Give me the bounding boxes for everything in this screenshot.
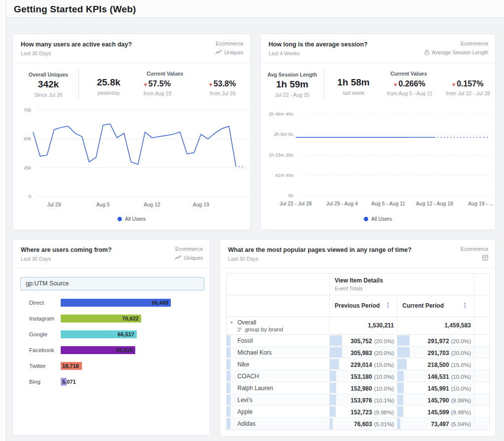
- line-chart-icon: [215, 50, 222, 55]
- current-period-value: 73,497(5.04%): [431, 418, 471, 430]
- card-title: How many users are active each day?: [21, 41, 243, 48]
- table-row[interactable]: Michael Kors305,983(20.0%)291,703(20.0%): [227, 347, 489, 359]
- bar-value-label: 66,517: [61, 330, 134, 338]
- down-arrow-icon: ▾: [394, 81, 397, 87]
- svg-text:Aug 12 - Aug 18: Aug 12 - Aug 18: [416, 200, 453, 206]
- stat-delta-1: ▾57.5% from Aug 23: [128, 80, 187, 96]
- column-menu-kebab-icon[interactable]: ⋮: [385, 302, 391, 309]
- legend-all-users[interactable]: All Users: [13, 216, 250, 222]
- popular-pages-table: View Item DetailsEvent TotalsPrevious Pe…: [226, 273, 490, 430]
- bar-row-direct: Direct96,449: [13, 295, 210, 311]
- card-utm-source: Where are users coming from? Last 30 Day…: [12, 239, 210, 436]
- table-row[interactable]: Ralph Lauren152,980(10.0%)145,991(10.0%): [227, 382, 489, 394]
- group-by-row[interactable]: group by brand: [237, 326, 283, 332]
- legend-dot: [117, 217, 122, 221]
- active-users-line-chart: 025k50k75kJul 29Aug 5Aug 12Aug 19: [13, 103, 250, 215]
- source-label[interactable]: Ecommerce: [461, 246, 488, 252]
- source-label[interactable]: Ecommerce: [215, 40, 243, 46]
- source-label[interactable]: Ecommerce: [175, 246, 203, 252]
- metric-label[interactable]: [461, 255, 488, 261]
- table-row[interactable]: Fossil305,752(20.0%)291,972(20.0%): [227, 335, 489, 347]
- svg-text:25k: 25k: [24, 165, 32, 170]
- row-color-indicator: [227, 359, 231, 369]
- previous-period-value: 153,180(10.0%): [350, 370, 394, 383]
- table-icon: [482, 255, 488, 261]
- overall-previous-value: 1,530,211: [368, 317, 394, 334]
- bar-value-label: 70,622: [61, 315, 139, 322]
- cell-minibar: [397, 395, 403, 405]
- row-label: Fossil: [237, 335, 253, 347]
- table-row[interactable]: COACH153,180(10.0%)146,531(10.0%): [227, 370, 489, 382]
- bar-row-google: Google66,517: [13, 326, 210, 342]
- source-label[interactable]: Ecommerce: [424, 40, 488, 46]
- previous-period-value: 152,723(9.98%): [350, 406, 394, 418]
- cell-minibar: [397, 418, 400, 429]
- bar-category-label: Twitter: [29, 358, 46, 374]
- svg-text:Aug 5: Aug 5: [96, 201, 110, 207]
- bar-category-label: Google: [29, 326, 47, 342]
- row-color-indicator: [227, 418, 231, 429]
- svg-text:50k: 50k: [24, 136, 32, 141]
- dashboard-page: Getting Started KPIs (Web) How many user…: [0, 0, 504, 441]
- row-color-indicator: [227, 347, 231, 358]
- legend-dot: [364, 217, 368, 221]
- topbar: Getting Started KPIs (Web): [6, 0, 504, 18]
- card-header: How long is the average session? Last 4 …: [261, 34, 495, 63]
- table-column-header: Previous Period⋮Current Period⋮: [227, 295, 489, 317]
- svg-text:0s: 0s: [288, 193, 293, 198]
- cell-minibar: [397, 371, 404, 381]
- row-label: Adidas: [237, 418, 256, 430]
- cell-minibar: [330, 371, 336, 381]
- metric-label[interactable]: Uniques: [215, 49, 243, 55]
- column-menu-kebab-icon[interactable]: ⋮: [462, 302, 468, 309]
- bar-category-label: Direct: [29, 295, 44, 311]
- line-chart-icon: [175, 255, 182, 260]
- table-row[interactable]: Levi's153,976(10.1%)145,790(9.99%): [227, 394, 489, 406]
- bar-row-bing: Bing5,071: [13, 374, 210, 390]
- metric-label[interactable]: Average Session Length: [424, 49, 488, 55]
- table-overall-row[interactable]: ▾Overallgroup by brand1,530,2111,459,583: [227, 317, 489, 335]
- svg-text:1h 23m 20s: 1h 23m 20s: [269, 152, 293, 158]
- table-row[interactable]: Adidas76,603(5.01%)73,497(5.04%): [227, 418, 489, 430]
- card-date-range: Last 30 Days: [21, 50, 243, 56]
- row-label: Levi's: [237, 394, 252, 406]
- bar-category-label: Instagram: [29, 311, 54, 326]
- svg-text:2h 46m 40s: 2h 46m 40s: [269, 111, 293, 117]
- cell-minibar: [397, 359, 407, 369]
- row-label: Nike: [237, 359, 249, 370]
- row-color-indicator: [227, 395, 231, 405]
- overall-label: Overall: [237, 319, 256, 326]
- group-by-field: group by brand: [245, 326, 283, 332]
- cell-minibar: [330, 335, 342, 346]
- card-header: Where are users coming from? Last 30 Day…: [13, 240, 210, 269]
- table-row[interactable]: Apple152,723(9.98%)145,599(9.98%): [227, 406, 489, 418]
- page-title: Getting Started KPIs (Web): [6, 0, 504, 15]
- stat-delta-1: ▾0.266% from Aug 5 - Aug 11: [378, 80, 442, 96]
- left-rail: [0, 0, 6, 441]
- stat-latest: 25.8k yesterday: [84, 76, 133, 96]
- previous-period-value: 305,983(20.0%): [350, 347, 394, 359]
- svg-text:Jul 29 - Aug 4: Jul 29 - Aug 4: [326, 200, 358, 206]
- metric-label[interactable]: Uniques: [175, 255, 203, 261]
- svg-text:Jul 29: Jul 29: [47, 201, 61, 207]
- chevron-down-icon[interactable]: ▾: [231, 320, 233, 325]
- event-name-header: View Item Details: [330, 274, 474, 284]
- column-header-label: Current Period: [402, 302, 444, 309]
- session-line-chart: 0s41m 40s1h 23m 20s2h 5m 0s2h 46m 40sJul…: [261, 103, 495, 215]
- svg-text:Aug 19 - ...: Aug 19 - ...: [468, 200, 493, 206]
- utm-source-select[interactable]: gp:UTM Source: [20, 277, 204, 290]
- stopwatch-icon: [424, 49, 430, 55]
- cell-minibar: [330, 406, 336, 417]
- stat-delta-2: ▾53.8% from Jul 26: [193, 80, 252, 96]
- stat-latest: 1h 58m last week: [329, 76, 378, 96]
- card-header: What are the most popular pages viewed i…: [220, 240, 495, 269]
- current-values-label: Current Values: [374, 71, 443, 77]
- row-label: Apple: [237, 406, 253, 418]
- table-row[interactable]: Nike229,014(15.0%)218,500(15.0%): [227, 359, 489, 370]
- bar-row-instagram: Instagram70,622: [13, 311, 210, 326]
- card-popular-pages: What are the most popular pages viewed i…: [220, 239, 496, 437]
- stat-overall: Avg Session Length 1h 59m Jul 22 - Aug 2…: [263, 72, 322, 98]
- cell-minibar: [330, 395, 336, 405]
- legend-all-users[interactable]: All Users: [261, 216, 495, 222]
- card-header: How many users are active each day? Last…: [13, 34, 250, 63]
